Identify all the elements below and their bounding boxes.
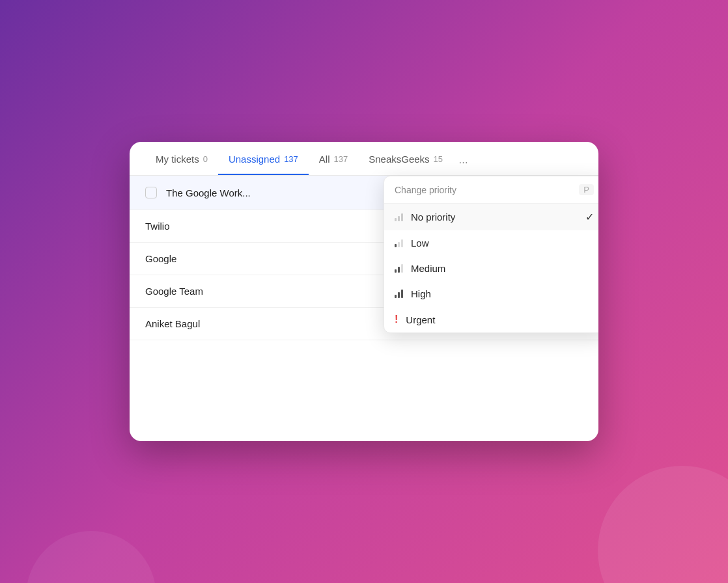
no-priority-icon xyxy=(395,213,403,221)
priority-option-high[interactable]: High xyxy=(384,281,598,306)
change-priority-dropdown: Change priority P No priority ✓ Low Medi… xyxy=(384,176,598,333)
ticket-name: Aniket Bagul xyxy=(145,318,249,329)
priority-option-no-priority[interactable]: No priority ✓ xyxy=(384,204,598,230)
priority-label-urgent: Urgent xyxy=(406,314,435,325)
ticket-name: Google xyxy=(145,253,249,264)
priority-option-low[interactable]: Low xyxy=(384,230,598,256)
tab-all-count: 137 xyxy=(334,154,348,164)
ticket-name: Google Team xyxy=(145,286,249,297)
priority-label-medium: Medium xyxy=(411,263,445,274)
tab-overflow: … xyxy=(453,142,473,174)
row-checkbox[interactable] xyxy=(145,187,157,198)
tab-my-tickets[interactable]: My tickets 0 xyxy=(145,142,218,175)
tab-my-tickets-label: My tickets xyxy=(156,154,199,165)
main-card: My tickets 0 Unassigned 137 All 137 Snea… xyxy=(130,142,598,441)
dropdown-shortcut: P xyxy=(579,184,594,195)
tab-my-tickets-count: 0 xyxy=(203,154,208,164)
tab-unassigned-count: 137 xyxy=(284,154,298,164)
low-priority-icon xyxy=(395,239,403,247)
tabs-bar: My tickets 0 Unassigned 137 All 137 Snea… xyxy=(130,142,598,176)
priority-option-medium[interactable]: Medium xyxy=(384,256,598,281)
priority-label-no: No priority xyxy=(411,211,455,223)
tab-sneaksgeeks[interactable]: SneaksGeeks 15 xyxy=(358,142,453,175)
deco-circle-2 xyxy=(26,531,156,583)
priority-option-urgent[interactable]: ! Urgent xyxy=(384,306,598,332)
ticket-name: The Google Work... xyxy=(166,187,270,198)
tab-all-label: All xyxy=(319,154,330,165)
deco-circle-1 xyxy=(598,466,728,583)
high-priority-icon xyxy=(395,290,403,298)
dropdown-title: Change priority xyxy=(395,185,456,195)
check-icon: ✓ xyxy=(585,211,594,223)
tab-sneaksgeeks-label: SneaksGeeks xyxy=(369,154,429,165)
urgent-icon: ! xyxy=(395,314,398,325)
tab-unassigned[interactable]: Unassigned 137 xyxy=(218,142,309,175)
tab-sneaksgeeks-count: 15 xyxy=(434,154,443,164)
dropdown-header: Change priority P xyxy=(384,176,598,204)
ticket-name: Twilio xyxy=(145,221,249,232)
tab-all[interactable]: All 137 xyxy=(309,142,358,175)
medium-priority-icon xyxy=(395,264,403,273)
tab-unassigned-label: Unassigned xyxy=(229,154,280,165)
priority-label-low: Low xyxy=(411,237,429,249)
priority-label-high: High xyxy=(411,288,431,299)
